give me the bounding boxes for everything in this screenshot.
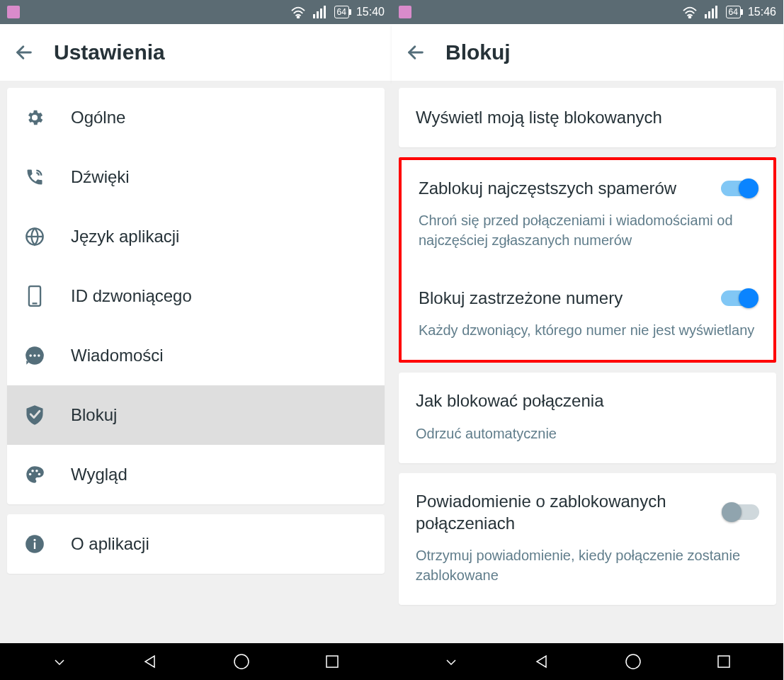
svg-rect-26 — [708, 11, 710, 18]
menu-label: Język aplikacji — [71, 227, 179, 246]
phone-sound-icon — [24, 166, 45, 188]
svg-rect-19 — [34, 543, 35, 549]
menu-item-sounds[interactable]: Dźwięki — [7, 147, 385, 207]
settings-content: Ogólne Dźwięki Język aplikacji ID dzwoni… — [0, 81, 392, 643]
svg-point-12 — [33, 354, 36, 357]
block-private-item[interactable]: Blokuj zastrzeżone numery Każdy dzwoniąc… — [402, 270, 773, 360]
svg-marker-30 — [537, 656, 546, 667]
view-blocklist-card[interactable]: Wyświetl moją listę blokowanych — [399, 88, 776, 147]
signal-icon — [313, 6, 327, 18]
page-title: Blokuj — [445, 40, 511, 64]
battery-indicator: 64 — [726, 6, 741, 18]
how-block-card[interactable]: Jak blokować połączenia Odrzuć automatyc… — [399, 373, 776, 463]
nav-back-icon[interactable] — [141, 652, 159, 671]
palette-icon — [24, 464, 45, 485]
notification-icon — [399, 6, 411, 18]
menu-label: Wiadomości — [71, 346, 164, 366]
nav-home-icon[interactable] — [624, 652, 642, 671]
nav-bar — [392, 643, 783, 680]
message-icon — [24, 345, 45, 366]
phone-right: 64 15:46 Blokuj Wyświetl moją listę blok… — [392, 0, 783, 680]
block-private-toggle[interactable] — [721, 290, 756, 306]
block-spam-title: Zablokuj najczęstszych spamerów — [419, 177, 710, 199]
wifi-icon — [682, 6, 698, 18]
svg-rect-4 — [324, 6, 326, 18]
block-spam-toggle[interactable] — [721, 181, 756, 196]
svg-rect-2 — [317, 11, 319, 18]
nav-menu-icon[interactable] — [442, 652, 460, 671]
svg-rect-25 — [705, 14, 707, 18]
svg-marker-21 — [145, 656, 154, 667]
menu-item-about[interactable]: O aplikacji — [7, 514, 385, 574]
svg-rect-27 — [712, 8, 714, 18]
menu-item-block[interactable]: Blokuj — [7, 385, 385, 445]
battery-indicator: 64 — [334, 6, 349, 18]
notification-icon — [7, 6, 20, 18]
menu-item-language[interactable]: Język aplikacji — [7, 207, 385, 266]
status-bar: 64 15:46 — [392, 0, 783, 24]
clock: 15:40 — [356, 6, 385, 18]
nav-home-icon[interactable] — [232, 652, 251, 671]
settings-card: Ogólne Dźwięki Język aplikacji ID dzwoni… — [7, 88, 385, 504]
block-spam-subtitle: Chroń się przed połączeniami i wiadomośc… — [419, 210, 756, 250]
menu-item-appearance[interactable]: Wygląd — [7, 445, 385, 504]
svg-point-22 — [234, 654, 249, 669]
svg-point-11 — [29, 354, 32, 357]
menu-item-caller-id[interactable]: ID dzwoniącego — [7, 266, 385, 326]
svg-rect-32 — [718, 656, 729, 667]
menu-label: ID dzwoniącego — [71, 286, 192, 306]
svg-point-0 — [297, 16, 299, 18]
svg-point-31 — [626, 654, 640, 669]
svg-point-16 — [35, 470, 38, 472]
svg-point-13 — [38, 354, 40, 357]
menu-label: Blokuj — [71, 405, 117, 425]
back-icon[interactable] — [406, 42, 426, 62]
menu-label: O aplikacji — [71, 534, 149, 554]
notify-subtitle: Otrzymuj powiadomienie, kiedy połączenie… — [416, 545, 759, 585]
svg-point-24 — [688, 16, 691, 18]
menu-label: Ogólne — [71, 108, 125, 128]
svg-rect-28 — [715, 6, 717, 18]
phone-left: 64 15:40 Ustawienia Ogólne Dźwięki — [0, 0, 392, 680]
notify-card: Powiadomienie o zablokowanych połączenia… — [399, 473, 776, 605]
nav-back-icon[interactable] — [533, 652, 551, 671]
clock: 15:46 — [748, 6, 776, 18]
globe-icon — [24, 226, 45, 247]
wifi-icon — [290, 6, 306, 18]
highlight-annotation: Zablokuj najczęstszych spamerów Chroń si… — [399, 157, 776, 363]
menu-label: Wygląd — [71, 465, 127, 484]
status-bar: 64 15:40 — [0, 0, 392, 24]
signal-icon — [705, 6, 719, 18]
menu-item-general[interactable]: Ogólne — [7, 88, 385, 147]
how-block-subtitle: Odrzuć automatycznie — [416, 424, 759, 443]
phone-id-icon — [24, 285, 45, 307]
gear-icon — [24, 107, 45, 128]
block-content: Wyświetl moją listę blokowanych Zablokuj… — [392, 81, 783, 643]
nav-menu-icon[interactable] — [50, 652, 69, 671]
view-blocklist-label: Wyświetl moją listę blokowanych — [399, 88, 776, 147]
svg-rect-23 — [326, 656, 338, 667]
nav-recent-icon[interactable] — [715, 652, 733, 671]
about-card: O aplikacji — [7, 514, 385, 574]
menu-label: Dźwięki — [71, 167, 130, 187]
notify-toggle[interactable] — [724, 504, 759, 520]
notify-item[interactable]: Powiadomienie o zablokowanych połączenia… — [399, 473, 776, 605]
app-header: Ustawienia — [0, 24, 392, 81]
block-private-subtitle: Każdy dzwoniący, którego numer nie jest … — [419, 320, 756, 340]
svg-rect-3 — [320, 8, 322, 18]
page-title: Ustawienia — [54, 40, 165, 64]
app-header: Blokuj — [392, 24, 783, 81]
shield-icon — [24, 404, 45, 426]
block-private-title: Blokuj zastrzeżone numery — [419, 287, 710, 309]
block-spam-item[interactable]: Zablokuj najczęstszych spamerów Chroń si… — [402, 160, 773, 270]
svg-point-20 — [33, 539, 35, 541]
how-block-title: Jak blokować połączenia — [416, 390, 759, 412]
svg-rect-1 — [313, 14, 315, 18]
svg-point-15 — [31, 470, 34, 472]
nav-recent-icon[interactable] — [323, 652, 341, 671]
notify-title: Powiadomienie o zablokowanych połączenia… — [416, 490, 712, 534]
menu-item-messages[interactable]: Wiadomości — [7, 326, 385, 385]
back-icon[interactable] — [14, 42, 34, 62]
svg-point-14 — [29, 473, 32, 476]
info-icon — [24, 533, 45, 555]
